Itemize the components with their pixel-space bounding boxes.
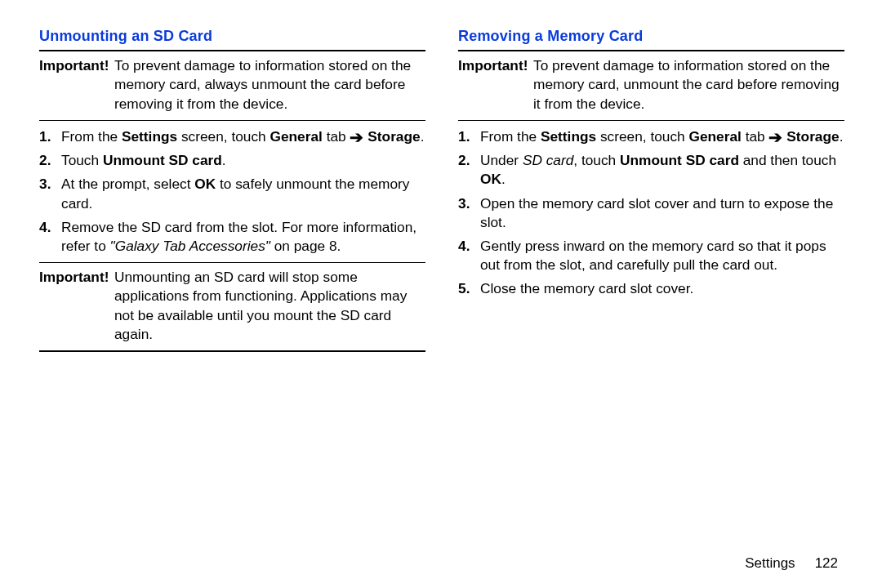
bold: Settings [122,128,177,145]
list-item: Close the memory card slot cover. [458,279,844,298]
list-item: At the prompt, select OK to safely unmou… [39,175,425,212]
bold: General [688,128,741,145]
text: Gently press inward on the memory card s… [480,237,844,274]
important-label: Important! [39,56,114,114]
text: tab [742,128,769,145]
important-text: Unmounting an SD card will stop some app… [114,268,425,344]
bold: Storage [368,128,420,145]
important-text: To prevent damage to information stored … [533,56,844,114]
text: screen, touch [596,128,688,145]
list-item: From the Settings screen, touch General … [39,127,425,146]
divider [39,350,425,352]
important-note-1: Important! To prevent damage to informat… [39,51,425,120]
bold: Settings [541,128,596,145]
important-note-1: Important! To prevent damage to informat… [458,51,844,120]
list-item: From the Settings screen, touch General … [458,127,844,146]
heading-removing: Removing a Memory Card [458,28,844,45]
list-item: Remove the SD card from the slot. For mo… [39,218,425,256]
text: and then touch [739,152,836,168]
page-footer: Settings122 [745,555,838,572]
right-column: Removing a Memory Card Important! To pre… [458,28,844,352]
italic: "Galaxy Tab Accessories" [110,238,270,254]
text: . [222,152,226,168]
text: , touch [573,152,620,168]
text: Close the memory card slot cover. [480,279,844,298]
text: Under [480,152,523,168]
important-text: To prevent damage to information stored … [114,56,425,114]
divider [39,120,425,121]
text: At the prompt, select [61,176,194,192]
list-item: Under SD card, touch Unmount SD card and… [458,151,844,189]
divider [458,120,844,121]
list-item: Gently press inward on the memory card s… [458,237,844,274]
bold: OK [194,176,216,192]
text: tab [323,128,350,145]
bold: Storage [786,128,839,145]
steps-list-right: From the Settings screen, touch General … [458,127,844,298]
list-item: Touch Unmount SD card. [39,151,425,170]
important-label: Important! [39,268,114,344]
bold: General [270,128,322,145]
footer-page-number: 122 [815,555,838,571]
list-item: Open the memory card slot cover and turn… [458,194,844,232]
bold: Unmount SD card [103,152,222,168]
important-label: Important! [458,56,533,114]
important-note-2: Important! Unmounting an SD card will st… [39,263,425,350]
text: From the [61,128,122,145]
italic: SD card [523,152,573,168]
heading-unmounting: Unmounting an SD Card [39,28,425,45]
bold: OK [480,171,501,187]
text: . [840,128,844,145]
text: on page 8. [270,238,341,254]
bold: Unmount SD card [620,152,739,168]
text: Open the memory card slot cover and turn… [480,194,844,232]
steps-list-left: From the Settings screen, touch General … [39,127,425,256]
text: . [501,171,506,187]
text: Touch [61,152,103,168]
text: From the [480,128,541,145]
footer-section: Settings [745,555,795,571]
text: . [421,128,425,145]
left-column: Unmounting an SD Card Important! To prev… [39,28,425,352]
text: screen, touch [177,128,270,145]
